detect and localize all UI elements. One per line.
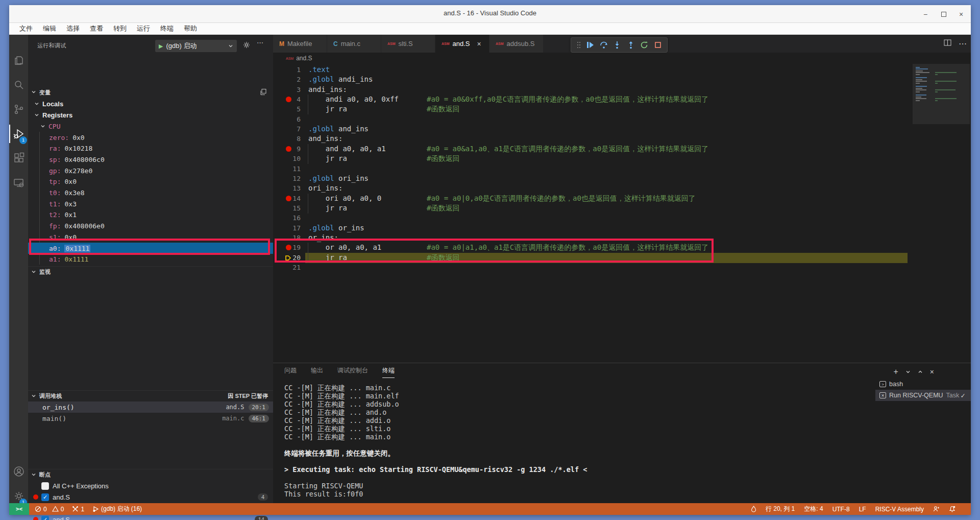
- call-stack-section-header[interactable]: 调用堆栈 因 STEP 已暂停: [28, 390, 273, 401]
- code-line-10[interactable]: 10 jr ra#函数返回: [273, 154, 971, 164]
- terminal-list-item-bash[interactable]: >bash: [875, 379, 971, 390]
- indentation-status[interactable]: 空格: 4: [804, 505, 823, 513]
- panel-tab-输出[interactable]: 输出: [311, 366, 323, 378]
- register-row-a1[interactable]: a1:0x1111: [28, 254, 273, 265]
- code-line-14[interactable]: 14 ori a0, a0, 0#a0 = a0|0,a0是C语言调用者传递的参…: [273, 194, 971, 204]
- code-line-1[interactable]: 1.text: [273, 65, 971, 75]
- code-line-12[interactable]: 12.globl ori_ins: [273, 174, 971, 184]
- run-and-debug-icon[interactable]: 1: [9, 123, 28, 145]
- group-cpu[interactable]: CPU: [28, 121, 273, 132]
- search-icon[interactable]: [9, 74, 28, 96]
- tab-slti.S[interactable]: ASMslti.S: [381, 35, 435, 53]
- code-line-7[interactable]: 7.globl and_ins: [273, 124, 971, 134]
- register-row-t2[interactable]: t2:0x1: [28, 209, 273, 221]
- notifications-bell-icon[interactable]: [949, 506, 955, 512]
- terminal-list-item-Run RISCV-QEMU[interactable]: ✕Run RISCV-QEMUTask✓: [875, 390, 971, 401]
- launch-config-dropdown[interactable]: ▶ (gdb) 启动: [155, 40, 237, 52]
- toolbar-drag-handle[interactable]: [577, 41, 581, 49]
- cursor-position-status[interactable]: 行 20, 列 1: [766, 505, 795, 513]
- code-line-11[interactable]: 11: [273, 164, 971, 174]
- remote-explorer-icon[interactable]: [9, 172, 28, 194]
- encoding-status[interactable]: UTF-8: [832, 506, 850, 513]
- panel-tab-调试控制台[interactable]: 调试控制台: [337, 366, 368, 378]
- minimize-button[interactable]: −: [920, 9, 931, 20]
- code-line-5[interactable]: 5 jr ra#函数返回: [273, 104, 971, 114]
- code-line-21[interactable]: 21: [273, 263, 971, 273]
- running-tasks-status[interactable]: 1: [72, 506, 84, 513]
- debug-session-status[interactable]: (gdb) 启动 (16): [92, 505, 142, 513]
- breakpoints-section-header[interactable]: 断点: [28, 469, 273, 480]
- code-line-8[interactable]: 8and_ins:: [273, 134, 971, 144]
- eol-status[interactable]: LF: [859, 506, 866, 513]
- code-line-2[interactable]: 2.globl andi_ins: [273, 75, 971, 85]
- editor-more-actions-icon[interactable]: ⋯: [959, 39, 967, 49]
- code-line-6[interactable]: 6: [273, 114, 971, 125]
- scope-registers[interactable]: Registers: [28, 109, 273, 121]
- code-line-9[interactable]: 9 and a0, a0, a1#a0 = a0&a1,a0、a1是C语言调用者…: [273, 144, 971, 154]
- account-icon[interactable]: [9, 460, 28, 483]
- exception-breakpoint-row[interactable]: All C++ Exceptions: [28, 480, 273, 491]
- menu-item-文件[interactable]: 文件: [14, 24, 38, 33]
- panel-tab-问题[interactable]: 问题: [284, 366, 297, 378]
- code-line-17[interactable]: 17.globl or_ins: [273, 223, 971, 233]
- code-line-16[interactable]: 16: [273, 213, 971, 223]
- code-line-18[interactable]: 18or_ins:: [273, 233, 971, 243]
- maximize-button[interactable]: [938, 9, 949, 20]
- register-row-a0[interactable]: a0:0x1111: [28, 243, 273, 254]
- variables-section-header[interactable]: 变量: [28, 87, 273, 98]
- checkbox-checked[interactable]: ✓: [41, 493, 49, 501]
- register-row-zero[interactable]: zero:0x0: [28, 132, 273, 143]
- tab-and.S[interactable]: ASMand.S×: [435, 35, 489, 53]
- register-row-s1[interactable]: s1:0x0: [28, 231, 273, 243]
- step-into-button[interactable]: [613, 41, 621, 49]
- register-row-sp[interactable]: sp:0x408006c0: [28, 154, 273, 165]
- panel-tab-终端[interactable]: 终端: [382, 366, 395, 378]
- register-row-tp[interactable]: tp:0x0: [28, 176, 273, 187]
- code-line-20[interactable]: 20 jr ra#函数返回: [273, 253, 971, 263]
- source-control-icon[interactable]: [9, 98, 28, 121]
- code-line-19[interactable]: 19 or a0, a0, a1#a0 = a0|a1,a0、a1是C语言调用者…: [273, 243, 971, 253]
- close-tab-icon[interactable]: ×: [477, 40, 481, 48]
- tab-main.c[interactable]: Cmain.c: [327, 35, 381, 53]
- scope-locals[interactable]: Locals: [28, 98, 273, 109]
- step-over-button[interactable]: [600, 41, 608, 49]
- collapse-all-icon[interactable]: [260, 88, 267, 97]
- feedback-icon[interactable]: [933, 506, 940, 512]
- debug-settings-gear-icon[interactable]: [242, 41, 251, 51]
- remote-indicator[interactable]: ><: [9, 503, 29, 515]
- split-editor-icon[interactable]: [944, 39, 951, 49]
- register-row-fp[interactable]: fp:0x408006e0: [28, 221, 273, 232]
- extensions-icon[interactable]: [9, 147, 28, 170]
- maximize-panel-icon[interactable]: [918, 367, 923, 376]
- new-terminal-icon[interactable]: +: [893, 367, 898, 376]
- menu-item-运行[interactable]: 运行: [132, 24, 155, 33]
- menu-item-终端[interactable]: 终端: [155, 24, 179, 33]
- breakpoint-row[interactable]: ✓and.S4: [28, 491, 273, 503]
- register-row-t1[interactable]: t1:0x3: [28, 198, 273, 209]
- language-mode-status[interactable]: RISC-V Assembly: [875, 506, 924, 513]
- code-editor[interactable]: 1.text2.globl andi_ins3andi_ins:4 andi a…: [273, 64, 971, 363]
- problems-status[interactable]: 0 0: [35, 506, 64, 513]
- menu-item-帮助[interactable]: 帮助: [179, 24, 202, 33]
- code-line-15[interactable]: 15 jr ra#函数返回: [273, 203, 971, 214]
- continue-button[interactable]: [586, 41, 594, 49]
- checkbox-unchecked[interactable]: [41, 482, 49, 490]
- menu-item-选择[interactable]: 选择: [61, 24, 85, 33]
- terminal-dropdown-icon[interactable]: [905, 367, 911, 376]
- restart-button[interactable]: [640, 41, 648, 49]
- minimap[interactable]: [913, 64, 970, 363]
- terminal-output[interactable]: CC -[M] 正在构建 ... main.cCC -[M] 正在构建 ... …: [284, 384, 846, 498]
- more-actions-icon[interactable]: ⋯: [257, 39, 263, 46]
- tab-Makefile[interactable]: MMakefile: [273, 35, 327, 53]
- code-line-3[interactable]: 3andi_ins:: [273, 85, 971, 95]
- breadcrumb[interactable]: ASM and.S: [273, 53, 971, 64]
- register-row-ra[interactable]: ra:0x10218: [28, 143, 273, 154]
- register-row-t0[interactable]: t0:0x3e8: [28, 187, 273, 199]
- watch-section-header[interactable]: 监视: [28, 266, 273, 277]
- menu-item-转到[interactable]: 转到: [108, 24, 132, 33]
- menu-item-查看[interactable]: 查看: [85, 24, 108, 33]
- checkbox-checked[interactable]: ✓: [41, 516, 49, 520]
- explorer-icon[interactable]: [9, 49, 28, 72]
- stack-frame[interactable]: main() main.c 46:1: [28, 413, 273, 424]
- stack-frame[interactable]: or_ins() and.S 20:1: [28, 401, 273, 413]
